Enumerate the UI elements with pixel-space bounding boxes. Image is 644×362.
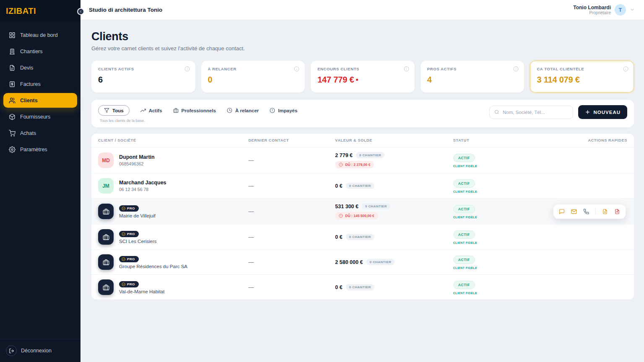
filter-tab--relancer[interactable]: À relancer bbox=[227, 108, 259, 113]
status-badge: ACTIF bbox=[453, 179, 475, 188]
page-subtitle: Gérez votre carnet clients et suivez l'a… bbox=[91, 45, 634, 52]
value-cell: 0 €0 CHANTIER bbox=[335, 234, 453, 240]
mail-icon[interactable] bbox=[571, 209, 577, 215]
info-icon[interactable] bbox=[623, 66, 628, 73]
client-name: Marchand Jacques bbox=[119, 180, 166, 186]
stat-card-0: CLIENTS ACTIFS6 bbox=[91, 61, 195, 93]
stat-card-1: À RELANCER0 bbox=[201, 61, 305, 93]
sidebar: IZIBATI Tableau de bordChantiersDevisFac… bbox=[0, 0, 80, 362]
file-plus-icon[interactable] bbox=[602, 209, 608, 215]
filters-left: TousActifsProfessionnelsÀ relancerImpayé… bbox=[98, 105, 297, 123]
client-cell: PROGroupe Résidences du Parc SA bbox=[98, 254, 248, 270]
sidebar-item-label: Clients bbox=[20, 98, 38, 103]
phone-icon[interactable] bbox=[583, 209, 589, 215]
filters-right: NOUVEAU bbox=[489, 105, 627, 119]
column-header: STATUT bbox=[453, 138, 576, 142]
user-name: Tonio Lombardi bbox=[573, 5, 611, 10]
company-name: Val-de-Marne Habitat bbox=[119, 289, 164, 294]
chat-icon[interactable] bbox=[559, 209, 565, 215]
workspace-title: Studio di architettura Tonio bbox=[89, 7, 162, 13]
alert-dot: • bbox=[356, 75, 358, 84]
briefcase-icon bbox=[98, 279, 114, 295]
loyalty-label: CLIENT FIDÈLE bbox=[453, 190, 576, 193]
avatar[interactable]: T bbox=[615, 4, 626, 16]
status-cell: ACTIFCLIENT FIDÈLE bbox=[453, 230, 576, 244]
sidebar-item-label: Paramètres bbox=[20, 147, 47, 153]
table-row[interactable]: PROGroupe Résidences du Parc SA—2 580 00… bbox=[91, 249, 634, 274]
value-cell: 2 779 €0 CHANTIERDÛ : 2 279,00 € bbox=[335, 152, 453, 168]
sidebar-item-param-tres[interactable]: Paramètres bbox=[3, 142, 77, 157]
due-amount: DÛ : 2 279,00 € bbox=[345, 163, 370, 167]
user-role: Propriétaire bbox=[573, 10, 611, 15]
status-cell: ACTIFCLIENT FIDÈLE bbox=[453, 255, 576, 269]
company-name: Mairie de Villejuif bbox=[119, 213, 156, 218]
client-cell: PROMairie de Villejuif bbox=[98, 204, 248, 219]
user-menu[interactable]: Tonio Lombardi Propriétaire T bbox=[573, 4, 635, 16]
content: Clients Gérez votre carnet clients et su… bbox=[80, 20, 644, 362]
client-phone: 0685496362 bbox=[119, 161, 155, 166]
sidebar-item-label: Tableau de bord bbox=[20, 32, 58, 38]
grid-icon bbox=[8, 31, 16, 39]
sidebar-item-tableau-de-bord[interactable]: Tableau de bord bbox=[3, 28, 77, 42]
sidebar-item-clients[interactable]: Clients bbox=[3, 93, 77, 108]
briefcase-icon bbox=[98, 229, 114, 245]
new-client-button[interactable]: NOUVEAU bbox=[578, 105, 627, 119]
filter-tab-actifs[interactable]: Actifs bbox=[140, 108, 162, 113]
filter-tab-impay-s[interactable]: Impayés bbox=[270, 108, 297, 113]
info-icon[interactable] bbox=[513, 66, 519, 73]
sidebar-item-label: Achats bbox=[20, 130, 36, 136]
client-value: 0 € bbox=[335, 234, 342, 240]
logo-area: IZIBATI bbox=[0, 0, 80, 22]
stat-label: PROS ACTIFS bbox=[427, 67, 518, 71]
info-icon[interactable] bbox=[404, 66, 409, 73]
table-row[interactable]: MDDupont Martin0685496362—2 779 €0 CHANT… bbox=[91, 147, 634, 173]
stat-card-2: ENCOURS CLIENTS147 779 €• bbox=[311, 61, 415, 93]
info-icon[interactable] bbox=[184, 66, 190, 73]
sidebar-item-devis[interactable]: Devis bbox=[3, 60, 77, 75]
logout-button[interactable]: Déconnexion bbox=[0, 339, 80, 362]
chevron-down-icon[interactable] bbox=[630, 6, 635, 14]
status-badge: ACTIF bbox=[453, 281, 475, 289]
pro-badge: PRO bbox=[119, 281, 139, 287]
table-row[interactable]: JMMarchand Jacques06 12 34 56 78—0 €0 CH… bbox=[91, 173, 634, 198]
sidebar-item-achats[interactable]: Achats bbox=[3, 126, 77, 140]
last-contact: — bbox=[248, 234, 335, 240]
search-input[interactable] bbox=[503, 110, 568, 115]
stat-value: 6 bbox=[98, 75, 189, 85]
sidebar-collapse-button[interactable] bbox=[77, 8, 84, 15]
info-icon[interactable] bbox=[294, 66, 299, 73]
due-badge: DÛ : 2 279,00 € bbox=[335, 161, 374, 168]
briefcase-icon bbox=[98, 204, 114, 219]
column-header: DERNIER CONTACT bbox=[248, 138, 335, 142]
filter-caption: Tous les clients de la base. bbox=[98, 119, 297, 123]
column-header: ACTIONS RAPIDES bbox=[576, 138, 627, 142]
file-export-icon[interactable] bbox=[614, 209, 620, 215]
chantier-badge: 0 CHANTIER bbox=[362, 203, 390, 209]
status-cell: ACTIFCLIENT FIDÈLE bbox=[453, 179, 576, 193]
status-badge: ACTIF bbox=[453, 154, 475, 162]
status-cell: ACTIFCLIENT FIDÈLE bbox=[453, 153, 576, 168]
chantier-badge: 0 CHANTIER bbox=[346, 234, 374, 240]
stat-value: 3 114 079 € bbox=[537, 75, 627, 85]
last-contact: — bbox=[248, 208, 335, 215]
column-header: CLIENT / SOCIÉTÉ bbox=[98, 138, 248, 142]
last-contact: — bbox=[248, 259, 335, 265]
briefcase-icon bbox=[173, 108, 179, 113]
sidebar-nav: Tableau de bordChantiersDevisFacturesCli… bbox=[0, 22, 80, 339]
cart-icon bbox=[8, 129, 16, 137]
table-row[interactable]: PROVal-de-Marne Habitat—0 €0 CHANTIERACT… bbox=[91, 274, 634, 300]
stat-value: 147 779 €• bbox=[317, 75, 408, 85]
value-cell: 0 €0 CHANTIER bbox=[335, 284, 453, 290]
table-row[interactable]: PROMairie de Villejuif—531 300 €0 CHANTI… bbox=[91, 198, 634, 224]
filter-tab-professionnels[interactable]: Professionnels bbox=[173, 108, 216, 113]
user-text: Tonio Lombardi Propriétaire bbox=[573, 5, 611, 15]
sidebar-item-factures[interactable]: Factures bbox=[3, 77, 77, 91]
sidebar-item-chantiers[interactable]: Chantiers bbox=[3, 44, 77, 59]
building-icon bbox=[8, 48, 16, 55]
filter-tab-tous[interactable]: Tous bbox=[98, 105, 130, 116]
sidebar-item-fournisseurs[interactable]: Fournisseurs bbox=[3, 109, 77, 124]
client-value: 0 € bbox=[335, 284, 342, 290]
company-name: SCI Les Cerisiers bbox=[119, 239, 156, 244]
users-icon bbox=[8, 97, 16, 104]
table-row[interactable]: PROSCI Les Cerisiers—0 €0 CHANTIERACTIFC… bbox=[91, 224, 634, 249]
